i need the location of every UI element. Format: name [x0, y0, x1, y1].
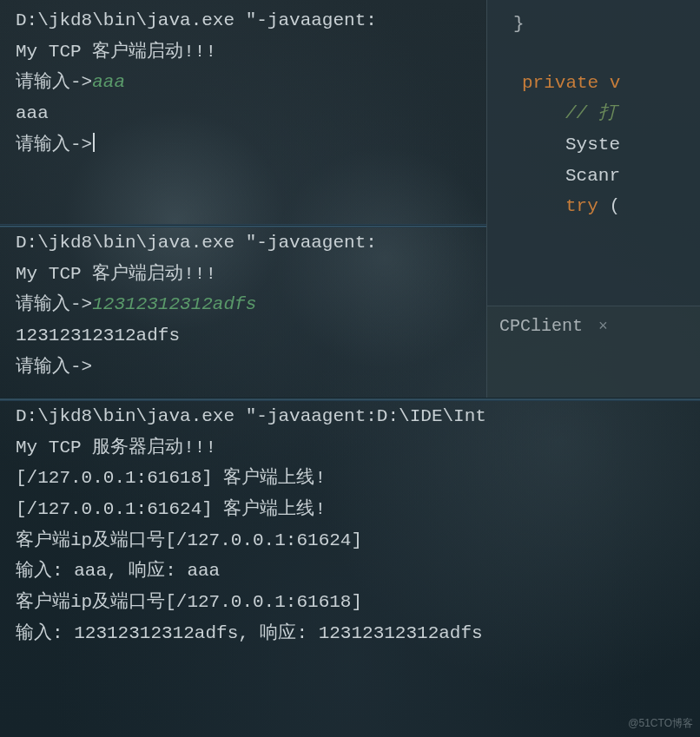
- code-brace: }: [487, 9, 700, 40]
- console-line: [/127.0.0.1:61624] 客户端上线!: [16, 499, 326, 519]
- user-input: aaa: [92, 72, 125, 92]
- console-line: My TCP 客户端启动!!!: [16, 264, 216, 284]
- code-line: // 打: [487, 98, 700, 129]
- console-line: D:\jkd8\bin\java.exe "-javaagent:: [16, 233, 377, 253]
- console-line: 输入: aaa, 响应: aaa: [16, 561, 220, 581]
- console-line: My TCP 服务器启动!!!: [16, 438, 216, 457]
- console-line: 客户端ip及端口号[/127.0.0.1:61624]: [16, 530, 362, 550]
- console-line: D:\jkd8\bin\java.exe "-javaagent:D:\IDE\…: [16, 406, 486, 426]
- console-line: aaa: [16, 103, 49, 123]
- console-prompt: 请输入->aaa: [16, 72, 125, 92]
- console-line: 12312312312adfs: [16, 326, 180, 345]
- code-editor-panel[interactable]: } private v // 打 Syste Scanr try (: [486, 0, 700, 306]
- watermark: @51CTO博客: [628, 714, 693, 732]
- code-line: Syste: [487, 129, 700, 161]
- close-icon[interactable]: ×: [598, 313, 608, 340]
- console-line: My TCP 客户端启动!!!: [16, 42, 216, 62]
- user-input: 12312312312adfs: [92, 294, 256, 314]
- console-line: 输入: 12312312312adfs, 响应: 12312312312adfs: [16, 623, 483, 643]
- console-prompt: 请输入->12312312312adfs: [16, 294, 256, 314]
- console-client-2[interactable]: D:\jkd8\bin\java.exe "-javaagent:My TCP …: [0, 227, 486, 399]
- code-line: private v: [487, 68, 700, 99]
- console-client-1[interactable]: D:\jkd8\bin\java.exe "-javaagent:My TCP …: [0, 5, 486, 227]
- console-prompt: 请输入->: [16, 357, 92, 377]
- editor-tab-panel: CPClient ×: [486, 306, 700, 398]
- caret-icon: [93, 133, 95, 152]
- code-line: try (: [487, 191, 700, 222]
- console-line: 客户端ip及端口号[/127.0.0.1:61618]: [16, 592, 362, 612]
- console-prompt: 请输入->: [16, 135, 95, 155]
- code-line: Scanr: [487, 161, 700, 192]
- console-server[interactable]: D:\jkd8\bin\java.exe "-javaagent:D:\IDE\…: [0, 401, 700, 688]
- editor-tab[interactable]: CPClient ×: [487, 306, 700, 346]
- console-line: [/127.0.0.1:61618] 客户端上线!: [16, 468, 326, 488]
- console-line: D:\jkd8\bin\java.exe "-javaagent:: [16, 10, 377, 30]
- tab-label: CPClient: [499, 312, 583, 341]
